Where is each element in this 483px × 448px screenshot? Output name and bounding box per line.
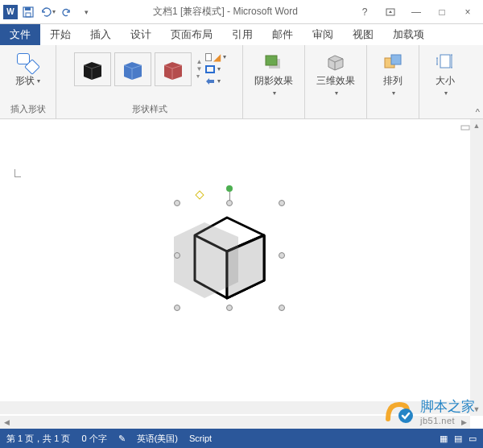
status-bar: 第 1 页，共 1 页 0 个字 ✎ 英语(美国) Script ▦ ▤ ▭	[0, 429, 483, 448]
collapse-ribbon-button[interactable]: ^	[476, 107, 480, 117]
tab-home[interactable]: 开始	[40, 24, 80, 45]
resize-handle-b[interactable]	[226, 305, 233, 311]
title-bar: W ▾ ▾ 文档1 [兼容模式] - Microsoft Word ? — □ …	[0, 0, 483, 24]
ribbon-display-button[interactable]	[378, 3, 402, 21]
gallery-scroll[interactable]: ▲▼▾	[195, 51, 204, 88]
group-shadow: 阴影效果▾	[243, 45, 305, 118]
document-canvas[interactable]	[0, 119, 483, 414]
arrange-icon	[381, 52, 405, 73]
tab-layout[interactable]: 页面布局	[161, 24, 222, 45]
svg-rect-8	[440, 55, 450, 68]
tab-mailings[interactable]: 邮件	[262, 24, 303, 45]
threed-label: 三维效果	[316, 74, 355, 88]
style-swatch-black[interactable]	[74, 52, 111, 86]
minimize-button[interactable]: —	[404, 3, 428, 21]
group-label-shape-styles: 形状样式	[132, 102, 167, 117]
maximize-button[interactable]: □	[430, 3, 454, 21]
group-3d: 三维效果▾	[305, 45, 367, 118]
tab-file[interactable]: 文件	[0, 24, 40, 45]
redo-button[interactable]	[58, 3, 76, 21]
selected-shape-cube[interactable]	[177, 203, 282, 308]
size-label: 大小	[436, 74, 455, 88]
group-size: 大小▾	[419, 45, 471, 118]
watermark-url: jb51.net	[420, 416, 475, 425]
shape-style-gallery[interactable]	[71, 49, 195, 89]
size-button[interactable]: 大小▾	[426, 48, 464, 100]
save-button[interactable]	[19, 3, 37, 21]
threed-effects-button[interactable]: 三维效果▾	[312, 48, 360, 100]
page-margin-marker	[14, 169, 21, 177]
svg-rect-5	[266, 56, 277, 65]
word-app-icon[interactable]: W	[3, 5, 18, 19]
shapes-label: 形状	[15, 74, 35, 88]
change-shape-button[interactable]: ▾	[205, 76, 226, 86]
qat-more-button[interactable]: ▾	[77, 3, 95, 21]
shadow-effects-button[interactable]: 阴影效果▾	[250, 48, 298, 100]
status-script[interactable]: Script	[189, 433, 212, 443]
group-insert-shapes: 形状▾ 插入形状	[0, 45, 56, 118]
scroll-left-button[interactable]: ◀	[0, 416, 13, 429]
window-controls: ? — □ ×	[353, 3, 483, 21]
group-label-insert-shapes: 插入形状	[10, 102, 46, 117]
ribbon-tabs: 文件 开始 插入 设计 页面布局 引用 邮件 审阅 视图 加载项	[0, 24, 483, 45]
tab-design[interactable]: 设计	[121, 24, 161, 45]
status-page[interactable]: 第 1 页，共 1 页	[6, 433, 70, 445]
resize-handle-l[interactable]	[174, 252, 180, 259]
quick-access-toolbar: W ▾ ▾	[0, 3, 98, 21]
svg-rect-2	[26, 13, 31, 17]
cube-shadow	[158, 208, 254, 305]
size-icon	[433, 52, 457, 73]
status-language[interactable]: 英语(美国)	[137, 433, 178, 445]
shape-format-buttons: ◢▾ ▾ ▾	[204, 48, 228, 89]
svg-rect-7	[391, 55, 401, 64]
status-word-count[interactable]: 0 个字	[81, 433, 106, 445]
resize-handle-tr[interactable]	[279, 200, 285, 206]
window-title: 文档1 [兼容模式] - Microsoft Word	[98, 5, 353, 19]
ribbon: 形状▾ 插入形状 ▲▼▾ ◢▾ ▾ ▾ 形状样式 阴影效果▾	[0, 45, 483, 119]
tab-addins[interactable]: 加载项	[383, 24, 434, 45]
proofing-icon[interactable]: ✎	[118, 433, 126, 444]
style-swatch-blue[interactable]	[114, 52, 151, 86]
watermark-logo-icon	[383, 396, 415, 425]
shapes-gallery-button[interactable]: 形状▾	[10, 48, 46, 88]
view-print-layout-button[interactable]: ▦	[440, 433, 448, 444]
watermark: 脚本之家 jb51.net	[383, 396, 475, 425]
close-button[interactable]: ×	[456, 3, 480, 21]
resize-handle-t[interactable]	[226, 200, 233, 206]
shapes-icon	[17, 53, 39, 73]
scroll-up-button[interactable]: ▲	[470, 119, 483, 132]
vertical-scrollbar[interactable]: ▲ ▼	[470, 119, 483, 416]
group-arrange: 排列▾	[367, 45, 419, 118]
arrange-button[interactable]: 排列▾	[374, 48, 412, 100]
tab-review[interactable]: 审阅	[303, 24, 343, 45]
group-shape-styles: ▲▼▾ ◢▾ ▾ ▾ 形状样式	[56, 45, 243, 118]
svg-rect-9	[461, 126, 469, 130]
status-right-controls: ▦ ▤ ▭	[440, 433, 477, 444]
resize-handle-br[interactable]	[279, 305, 285, 311]
resize-handle-bl[interactable]	[174, 305, 180, 311]
resize-handle-r[interactable]	[279, 252, 285, 259]
rotation-handle[interactable]	[226, 185, 233, 192]
help-button[interactable]: ?	[353, 3, 377, 21]
resize-handle-tl[interactable]	[174, 200, 180, 206]
adjustment-handle[interactable]	[195, 190, 204, 199]
style-swatch-red[interactable]	[155, 52, 192, 86]
shape-outline-button[interactable]: ▾	[205, 64, 226, 74]
tab-insert[interactable]: 插入	[80, 24, 121, 45]
watermark-text: 脚本之家	[420, 397, 475, 416]
tab-references[interactable]: 引用	[222, 24, 262, 45]
shadow-label: 阴影效果	[254, 74, 293, 88]
tab-view[interactable]: 视图	[343, 24, 383, 45]
shadow-icon	[262, 52, 286, 73]
view-web-layout-button[interactable]: ▭	[469, 433, 477, 444]
view-read-mode-button[interactable]: ▤	[454, 433, 462, 444]
arrange-label: 排列	[383, 74, 402, 88]
undo-button[interactable]: ▾	[39, 3, 56, 21]
ruler-toggle[interactable]	[460, 122, 470, 131]
svg-rect-1	[25, 7, 31, 10]
shape-fill-button[interactable]: ◢▾	[205, 52, 226, 62]
cube-icon	[324, 52, 348, 73]
